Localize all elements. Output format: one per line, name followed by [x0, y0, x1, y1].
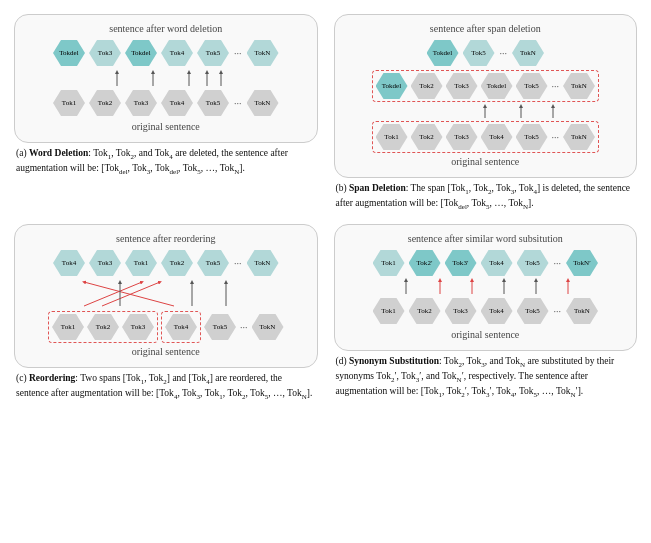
dots-b3: ··· — [552, 132, 560, 143]
arrows-svg-d — [390, 278, 580, 296]
panel-a-bottom-row: Tok1 Tok2 Tok3 Tok4 Tok5 ··· TokN — [53, 90, 279, 116]
tok2-mid-b: Tok2 — [411, 73, 443, 99]
dots-b1: ··· — [500, 48, 508, 59]
dashed-box-b2: Tok1 Tok2 Tok3 Tok4 Tok5 ··· TokN — [372, 121, 600, 153]
panel-b-top-row: Tokdel Tok5 ··· TokN — [427, 40, 545, 66]
tok1-bot-a: Tok1 — [53, 90, 85, 116]
panel-a-top-row: Tokdel Tok3 Tokdel Tok4 Tok5 ··· TokN — [53, 40, 279, 66]
tok3-bot-b: Tok3 — [446, 124, 478, 150]
caption-d-bold: Synonym Substitution — [349, 356, 439, 366]
tok2-bot-d: Tok2 — [409, 298, 441, 324]
panel-a-orig-label: original sentence — [132, 121, 200, 132]
caption-a-bold: Word Deletion — [29, 148, 88, 158]
tokN-bot-b: TokN — [563, 124, 595, 150]
caption-b-letter: (b) — [336, 183, 349, 193]
main-grid: sentence after word deletion Tokdel Tok3… — [10, 10, 641, 414]
tok5-bot-d: Tok5 — [517, 298, 549, 324]
crossing-arrows-c — [66, 278, 266, 310]
tok4-bot-b: Tok4 — [481, 124, 513, 150]
dots-c1: ··· — [234, 258, 242, 269]
tok-del-b: Tokdel — [427, 40, 459, 66]
tok4-top-c: Tok4 — [53, 250, 85, 276]
panel-d-top-label: sentence after similar word subsitution — [341, 233, 631, 244]
rest-row-c: Tok5 ··· TokN — [204, 311, 284, 343]
tok5-top-d: Tok5 — [517, 250, 549, 276]
panel-b-top-label: sentence after span deletion — [341, 23, 631, 34]
panel-reordering: sentence after reordering Tok4 Tok3 Tok1… — [10, 220, 322, 406]
dots-d2: ··· — [554, 306, 562, 317]
dashed-box-c: Tok1 Tok2 Tok3 — [48, 311, 158, 343]
panel-c-inner: Tok4 Tok3 Tok1 Tok2 Tok5 ··· TokN — [21, 248, 311, 361]
dashed-box-c2: Tok4 — [161, 311, 201, 343]
caption-c: (c) Reordering: Two spans [Tok1, Tok2] a… — [14, 372, 318, 402]
tokN-bot-c: TokN — [252, 314, 284, 340]
panel-b-orig-label: original sentence — [451, 156, 519, 167]
panel-d-orig-label: original sentence — [451, 329, 519, 340]
tok2-bot-b: Tok2 — [411, 124, 443, 150]
tok4-bot-c: Tok4 — [165, 314, 197, 340]
tokNp-top-d: TokN′ — [566, 250, 598, 276]
diagram-synonym: sentence after similar word subsitution … — [334, 224, 638, 351]
tok5-bot-c: Tok5 — [204, 314, 236, 340]
caption-b: (b) Span Deletion: The span [Tok1, Tok2,… — [334, 182, 638, 212]
tok-del-b2: Tokdel — [376, 73, 408, 99]
panel-d-bottom-row: Tok1 Tok2 Tok3 Tok4 Tok5 ··· TokN — [373, 298, 599, 324]
caption-a: (a) Word Deletion: Tok1, Tok2, and Tok4 … — [14, 147, 318, 177]
dots-a1: ··· — [234, 48, 242, 59]
panel-d-top-row: Tok1 Tok2′ Tok3′ Tok4 Tok5 ··· TokN′ — [373, 250, 599, 276]
panel-b-inner: Tokdel Tok5 ··· TokN Tokdel Tok2 Tok3 To… — [341, 38, 631, 171]
tok3p-top-d: Tok3′ — [445, 250, 477, 276]
panel-a-inner: Tokdel Tok3 Tokdel Tok4 Tok5 ··· TokN — [21, 38, 311, 136]
panel-b-dashed-row: Tokdel Tok2 Tok3 Tokdel Tok5 ··· TokN — [372, 70, 600, 102]
tok4-top-d: Tok4 — [481, 250, 513, 276]
tok-del-2a: Tokdel — [125, 40, 157, 66]
tok4-bot-a: Tok4 — [161, 90, 193, 116]
tok1-top-c: Tok1 — [125, 250, 157, 276]
tok5-bot-a: Tok5 — [197, 90, 229, 116]
tokN-top-c: TokN — [247, 250, 279, 276]
tokN-top-a: TokN — [247, 40, 279, 66]
tokN-mid-b: TokN — [563, 73, 595, 99]
tok5-top-a: Tok5 — [197, 40, 229, 66]
caption-a-letter: (a) — [16, 148, 29, 158]
diagram-reordering: sentence after reordering Tok4 Tok3 Tok1… — [14, 224, 318, 368]
tok2-bot-c: Tok2 — [87, 314, 119, 340]
svg-line-8 — [84, 282, 174, 306]
tokN-bot-d: TokN — [566, 298, 598, 324]
panel-word-deletion: sentence after word deletion Tokdel Tok3… — [10, 10, 322, 216]
panel-c-top-row: Tok4 Tok3 Tok1 Tok2 Tok5 ··· TokN — [53, 250, 279, 276]
svg-line-10 — [102, 282, 160, 306]
tok4-bot-d: Tok4 — [481, 298, 513, 324]
arrows-svg-c — [66, 278, 266, 310]
arrows-svg-a — [101, 68, 231, 88]
caption-d-letter: (d) — [336, 356, 349, 366]
tok3-mid-b: Tok3 — [446, 73, 478, 99]
diagram-span-deletion: sentence after span deletion Tokdel Tok5… — [334, 14, 638, 178]
tok5-bot-b: Tok5 — [516, 124, 548, 150]
tok3-top-a: Tok3 — [89, 40, 121, 66]
tok-del-1a: Tokdel — [53, 40, 85, 66]
dashed-box-b: Tokdel Tok2 Tok3 Tokdel Tok5 ··· TokN — [372, 70, 600, 102]
tok3-bot-d: Tok3 — [445, 298, 477, 324]
tok1-bot-c: Tok1 — [52, 314, 84, 340]
panel-c-top-label: sentence after reordering — [21, 233, 311, 244]
tokN-bot-a: TokN — [247, 90, 279, 116]
diagram-word-deletion: sentence after word deletion Tokdel Tok3… — [14, 14, 318, 143]
tok1-bot-d: Tok1 — [373, 298, 405, 324]
caption-b-bold: Span Deletion — [349, 183, 406, 193]
svg-line-9 — [84, 282, 142, 306]
panel-a-top-label: sentence after word deletion — [21, 23, 311, 34]
tok1-top-d: Tok1 — [373, 250, 405, 276]
dots-b2: ··· — [552, 81, 560, 92]
tok2p-top-d: Tok2′ — [409, 250, 441, 276]
panel-span-deletion: sentence after span deletion Tokdel Tok5… — [330, 10, 642, 216]
tok3-top-c: Tok3 — [89, 250, 121, 276]
tok5-mid-b: Tok5 — [516, 73, 548, 99]
caption-c-bold: Reordering — [29, 373, 75, 383]
panel-synonym: sentence after similar word subsitution … — [330, 220, 642, 406]
arrows-svg-b — [405, 104, 565, 120]
tok5-top-c: Tok5 — [197, 250, 229, 276]
tok1-bot-b: Tok1 — [376, 124, 408, 150]
tok4-top-a: Tok4 — [161, 40, 193, 66]
panel-b-bottom-dashed: Tok1 Tok2 Tok3 Tok4 Tok5 ··· TokN — [372, 121, 600, 153]
